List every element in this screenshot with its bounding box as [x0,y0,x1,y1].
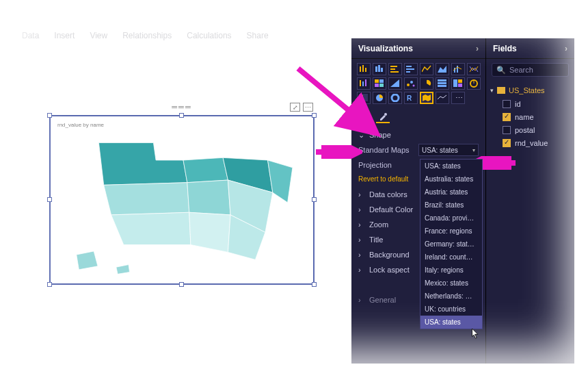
standard-maps-option[interactable]: Ireland: count… [420,251,482,264]
viz-type-icon[interactable] [404,63,418,75]
fields-panel: Fields › 🔍 Search ▾ US_States idnamepost… [485,38,574,364]
viz-type-icon[interactable] [388,77,402,90]
viz-type-icon[interactable]: ⋯ [451,92,465,104]
fields-search-input[interactable]: 🔍 Search [492,63,569,77]
svg-rect-16 [362,81,364,86]
fields-tab-icon[interactable] [358,111,372,123]
field-row[interactable]: name [490,110,570,123]
prop-standard-maps: Standard Maps USA: states ▾ [358,142,479,157]
standard-maps-option[interactable]: UK: countries [420,303,482,316]
chevron-down-icon: ▾ [472,147,475,153]
section-shape[interactable]: Shape [358,127,479,142]
field-checkbox[interactable] [503,113,511,121]
svg-rect-34 [360,95,363,97]
resize-handle[interactable] [47,197,52,202]
resize-handle[interactable] [47,282,52,287]
viz-type-icon[interactable] [404,77,418,90]
svg-rect-41 [366,116,368,120]
svg-marker-12 [438,66,446,73]
standard-maps-option[interactable]: Netherlands: … [420,290,482,303]
svg-point-42 [384,113,387,116]
svg-rect-0 [360,66,361,72]
viz-type-icon[interactable] [357,92,371,104]
ribbon-relationships[interactable]: Relationships [122,31,172,40]
resize-handle[interactable] [312,113,317,118]
collapse-visualizations-icon[interactable]: › [476,44,479,53]
visual-drag-handle-icon[interactable]: ═══ [172,103,191,111]
ribbon-home[interactable]: Data [22,31,39,40]
svg-text:R: R [407,94,412,102]
viz-type-icon[interactable] [436,92,449,104]
viz-type-icon[interactable] [373,92,386,104]
visualizations-title: Visualizations [358,44,413,53]
ribbon-share[interactable]: Share [247,31,269,40]
standard-maps-option[interactable]: Italy: regions [420,264,482,277]
viz-type-filled-map-icon[interactable] [420,92,433,104]
svg-point-23 [407,84,410,86]
standard-maps-dropdown[interactable]: USA: states ▾ [418,144,479,156]
viz-type-icon[interactable] [357,63,371,75]
resize-handle[interactable] [312,282,317,287]
field-label: id [515,100,521,108]
viz-type-icon[interactable]: R [404,92,418,104]
ribbon-calculations[interactable]: Calculations [187,31,231,40]
viz-type-icon[interactable] [388,92,402,104]
ribbon-insert[interactable]: Insert [54,31,75,40]
svg-rect-30 [458,79,462,83]
viz-type-icon[interactable] [467,63,481,75]
viz-type-icon[interactable] [451,63,465,75]
svg-rect-17 [365,79,366,86]
svg-rect-27 [438,82,446,84]
field-checkbox[interactable] [503,139,511,147]
field-row[interactable]: id [490,97,570,110]
svg-rect-4 [378,65,380,72]
svg-rect-29 [453,79,457,87]
collapse-fields-icon[interactable]: › [565,44,567,53]
field-checkbox[interactable] [503,100,511,108]
svg-rect-28 [438,85,446,87]
resize-handle[interactable] [179,282,184,287]
field-checkbox[interactable] [503,126,511,134]
standard-maps-option[interactable]: Australia: states [420,173,482,186]
viz-type-icon[interactable] [420,77,433,90]
visual-focus-icon[interactable]: ⤢ [290,103,300,112]
svg-rect-7 [390,68,395,70]
svg-rect-20 [375,84,379,87]
viz-type-icon[interactable] [467,77,481,90]
standard-maps-option[interactable]: Canada: provi… [420,212,482,225]
standard-maps-option[interactable]: USA: states [420,160,482,173]
table-us-states[interactable]: ▾ US_States [490,84,570,97]
resize-handle[interactable] [47,113,52,118]
search-placeholder: Search [509,66,533,74]
viz-type-icon[interactable] [388,63,402,75]
svg-rect-40 [364,113,365,120]
field-row[interactable]: rnd_value [490,136,570,149]
svg-rect-3 [375,66,377,72]
standard-maps-option[interactable]: Brazil: states [420,199,482,212]
viz-type-icon[interactable] [436,63,449,75]
standard-maps-option[interactable]: Germany: stat… [420,238,482,251]
table-name: US_States [509,86,545,94]
visual-title: rnd_value by name [57,122,104,128]
resize-handle[interactable] [312,197,317,202]
standard-maps-option[interactable]: USA: states [420,316,482,329]
format-tab-icon[interactable] [376,111,390,123]
viz-type-icon[interactable] [451,77,465,90]
visualizations-gallery: R ⋯ [351,59,485,107]
viz-type-icon[interactable] [436,77,449,90]
viz-type-icon[interactable] [373,63,386,75]
standard-maps-option[interactable]: Austria: states [420,186,482,199]
viz-type-icon[interactable] [373,77,386,90]
viz-type-icon[interactable] [420,63,433,75]
svg-rect-31 [458,84,462,87]
standard-maps-option[interactable]: Mexico: states [420,277,482,290]
viz-type-icon[interactable] [357,77,371,90]
field-row[interactable]: postal [490,123,570,136]
table-icon [497,87,505,94]
ribbon-view[interactable]: View [90,31,107,40]
standard-maps-option[interactable]: France: regions [420,225,482,238]
visual-frame[interactable]: ═══ ⤢ ⋯ rnd_value by name [49,115,315,285]
visual-menu-icon[interactable]: ⋯ [303,103,313,112]
resize-handle[interactable] [179,113,184,118]
svg-marker-22 [390,79,399,87]
